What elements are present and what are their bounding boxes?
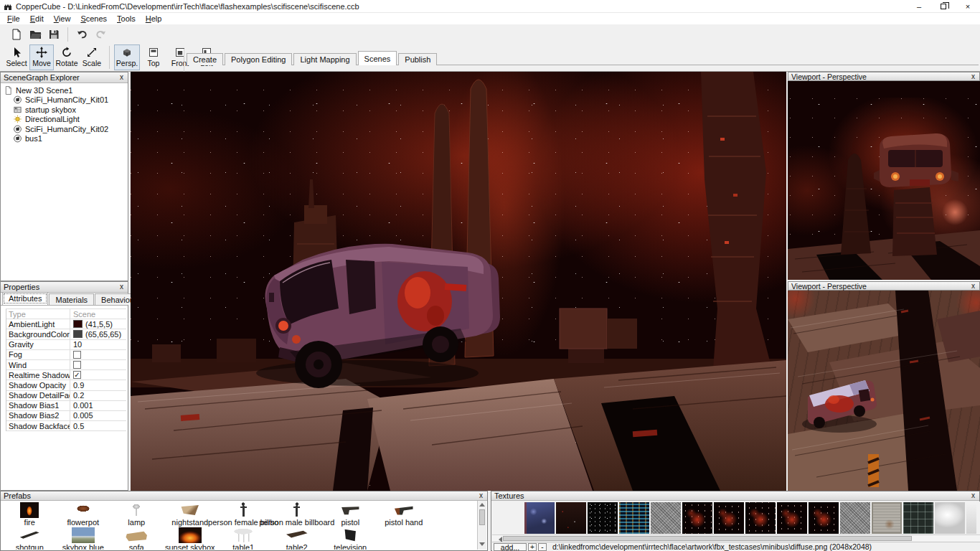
tree-item-directional-light[interactable]: DirectionalLight [1, 115, 128, 125]
menu-edit[interactable]: Edit [25, 14, 49, 24]
stars-black-texture-thumb[interactable] [588, 502, 618, 534]
tree-item-bus1[interactable]: bus1 [1, 134, 128, 144]
close-button[interactable]: × [956, 0, 980, 13]
tab-scenes[interactable]: Scenes [358, 51, 397, 65]
concrete-rust-texture-thumb[interactable] [872, 502, 902, 534]
background-color-swatch[interactable] [73, 330, 83, 338]
viewport-bottom-title: Viewport - Perspective [791, 282, 970, 291]
perspective-view-button[interactable]: Persp. [114, 44, 140, 70]
prefabs-list: fire flowerpot lamp nightstand person fe… [1, 501, 477, 550]
machinery-blue-texture-thumb[interactable] [524, 502, 555, 534]
tab-materials[interactable]: Materials [49, 293, 94, 305]
menu-file[interactable]: File [2, 14, 25, 24]
properties-panel: Properties x Attributes Materials Behavi… [0, 281, 128, 491]
noise-gray-texture-thumb[interactable] [840, 502, 870, 534]
restore-button[interactable] [931, 0, 956, 13]
prefab-item-shotgun[interactable]: shotgun [3, 527, 57, 550]
scroll-up-icon[interactable] [479, 503, 485, 507]
tab-create[interactable]: Create [187, 53, 223, 65]
prefab-item-skybox-blue[interactable]: skybox blue [57, 527, 110, 550]
prefab-item-person-male[interactable]: person male billboard [270, 502, 324, 527]
nebula-red-texture-thumb[interactable] [777, 502, 807, 534]
properties-close-button[interactable]: x [118, 283, 125, 291]
scale-arrows-icon [86, 47, 98, 58]
fire-prefab-icon [20, 502, 39, 518]
rotate-tool-button[interactable]: Rotate [55, 44, 79, 70]
partial-texture-thumb[interactable] [966, 502, 976, 534]
save-file-button[interactable] [44, 27, 63, 42]
prefab-item-sofa[interactable]: sofa [110, 527, 164, 550]
prop-row-fog: Fog [6, 350, 126, 360]
screens-cyan-texture-thumb[interactable] [619, 502, 649, 534]
prefab-item-table1[interactable]: table1 [217, 527, 270, 550]
grid-dark-texture-thumb[interactable] [903, 502, 933, 534]
prefabs-scrollbar[interactable] [477, 501, 486, 550]
open-file-button[interactable] [26, 27, 44, 42]
viewport-top-canvas[interactable] [788, 81, 980, 280]
prefab-item-flowerpot[interactable]: flowerpot [57, 502, 110, 527]
nebula-red-texture-thumb[interactable] [809, 502, 839, 534]
scenegraph-close-button[interactable]: x [118, 74, 125, 81]
city-red-texture-thumb[interactable] [556, 502, 586, 534]
new-file-button[interactable] [7, 27, 26, 42]
redo-button[interactable] [91, 27, 110, 42]
minimize-button[interactable]: – [907, 0, 931, 13]
viewport-bottom-close-button[interactable]: x [970, 283, 976, 290]
prefab-item-television[interactable]: television [324, 527, 377, 550]
select-tool-button[interactable]: Select [4, 44, 29, 70]
viewport-top-close-button[interactable]: x [970, 73, 976, 80]
prefab-item-lamp[interactable]: lamp [110, 502, 164, 527]
menu-help[interactable]: Help [141, 14, 167, 24]
tree-item-scene-root[interactable]: New 3D Scene1 [1, 85, 128, 95]
scroll-left-button[interactable] [492, 535, 502, 542]
scroll-down-icon[interactable] [479, 542, 485, 546]
menu-scenes[interactable]: Scenes [75, 14, 112, 24]
tree-item-scifi-kit02[interactable]: SciFi_HumanCity_Kit02 [1, 124, 128, 134]
prefabs-close-button[interactable]: x [478, 492, 484, 499]
prefabs-scroll-thumb[interactable] [479, 509, 485, 525]
move-tool-button[interactable]: Move [29, 44, 54, 70]
prefabs-header: Prefabs x [1, 491, 487, 501]
noise-gray-texture-thumb[interactable] [651, 502, 681, 534]
scenegraph-title: SceneGraph Explorer [4, 73, 118, 82]
wind-checkbox[interactable] [73, 361, 81, 369]
textures-strip [492, 501, 980, 534]
prefab-item-pistol-hand[interactable]: pistol hand [377, 502, 431, 527]
textures-close-button[interactable]: x [970, 492, 976, 499]
properties-title: Properties [4, 283, 118, 291]
scale-tool-button[interactable]: Scale [80, 44, 104, 70]
nightstand-prefab-icon [179, 502, 202, 518]
tree-item-startup-skybox[interactable]: startup skybox [1, 105, 128, 115]
tab-publish[interactable]: Publish [398, 53, 437, 65]
top-view-button[interactable]: Top [141, 44, 166, 70]
menu-tools[interactable]: Tools [112, 14, 141, 24]
undo-button[interactable] [72, 27, 91, 42]
tab-light-mapping[interactable]: Light Mapping [293, 53, 356, 65]
fog-checkbox[interactable] [73, 351, 81, 359]
plus-texture-button[interactable]: + [528, 543, 537, 551]
clouds-white-texture-thumb[interactable] [935, 502, 965, 534]
textures-hscrollbar[interactable] [492, 534, 980, 542]
prefab-item-table2[interactable]: table2 [270, 527, 324, 550]
textures-scroll-thumb[interactable] [503, 536, 912, 541]
realtime-shadows-checkbox[interactable]: ✓ [73, 371, 81, 379]
add-texture-button[interactable]: add... [494, 543, 527, 551]
tab-attributes[interactable]: Attributes [2, 292, 48, 305]
textures-statusbar: add... + - d:\linkedfromc\development\ir… [492, 542, 980, 551]
main-viewport-canvas[interactable] [131, 72, 786, 491]
tree-item-scifi-kit01[interactable]: SciFi_HumanCity_Kit01 [1, 95, 128, 105]
titlebar: CopperCube - D:\LinkedFromC\Development\… [0, 0, 980, 13]
prop-row-wind: Wind [6, 360, 126, 370]
prefab-item-sunset-skybox[interactable]: sunset skybox [164, 527, 217, 550]
minus-texture-button[interactable]: - [538, 543, 547, 551]
menu-view[interactable]: View [49, 14, 76, 24]
tab-polygon-editing[interactable]: Polygon Editing [225, 53, 292, 65]
nebula-red-texture-thumb[interactable] [714, 502, 744, 534]
properties-grid: Type Scene AmbientLight (41,5,5) Backgro… [6, 309, 126, 431]
viewport-bottom-canvas[interactable] [788, 291, 980, 491]
nebula-red-texture-thumb[interactable] [745, 502, 776, 534]
prefab-item-fire[interactable]: fire [3, 502, 57, 527]
nebula-red-texture-thumb[interactable] [682, 502, 712, 534]
ambient-color-swatch[interactable] [73, 320, 83, 328]
prefab-item-pistol[interactable]: pistol [324, 502, 377, 527]
